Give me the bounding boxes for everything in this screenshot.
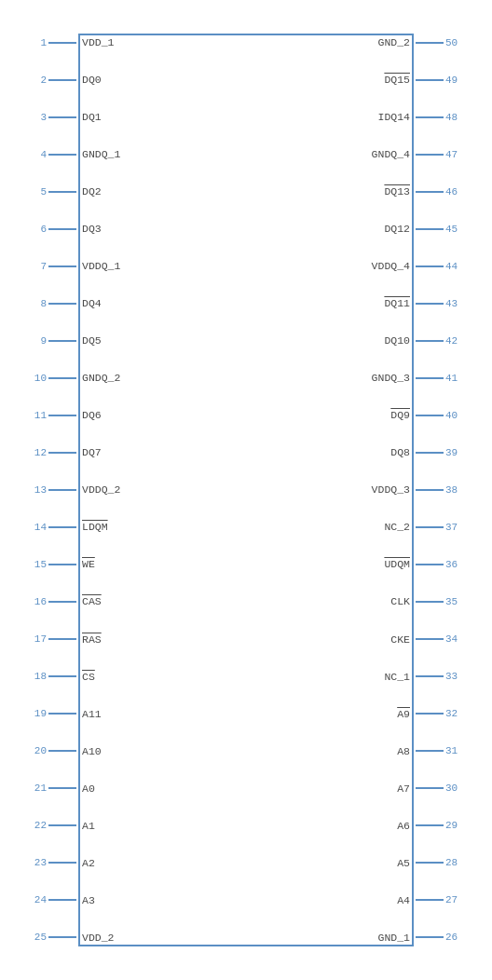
pin-left-19: 19A11 (22, 708, 246, 720)
pin-row: 2DQ049DQ15 (22, 71, 470, 88)
pin-num-right-36: 36 (444, 559, 470, 570)
pin-num-left-1: 1 (22, 37, 48, 48)
pin-label-left-3: DQ1 (76, 111, 102, 123)
pin-label-right-42: DQ10 (384, 334, 416, 347)
pin-num-left-25: 25 (22, 932, 48, 943)
pin-label-right-44: VDDQ_4 (372, 260, 416, 272)
pin-label-right-46: DQ13 (384, 185, 416, 197)
pin-label-left-23: A2 (76, 857, 95, 869)
pin-row: 16CAS35CLK (22, 592, 470, 610)
pin-num-right-37: 37 (444, 522, 470, 533)
pin-left-23: 23A2 (22, 857, 246, 869)
pin-num-left-2: 2 (22, 75, 48, 86)
pin-left-4: 4GNDQ_1 (22, 148, 246, 160)
pin-num-right-26: 26 (444, 932, 470, 943)
pin-label-left-17: RAS (76, 633, 102, 646)
pin-line-right-41 (416, 377, 444, 379)
pin-line-left-18 (48, 675, 76, 677)
pin-label-left-16: CAS (76, 595, 102, 607)
pin-right-43: 43DQ11 (246, 297, 470, 309)
pin-label-left-6: DQ3 (76, 223, 102, 235)
pin-line-right-33 (416, 675, 444, 677)
pin-label-left-5: DQ2 (76, 185, 102, 197)
pin-num-left-9: 9 (22, 335, 48, 347)
pin-line-left-23 (48, 862, 76, 864)
pin-num-left-24: 24 (22, 894, 48, 905)
pin-line-right-39 (416, 452, 444, 454)
pin-left-15: 15WE (22, 558, 246, 570)
pin-line-right-36 (416, 564, 444, 565)
pin-line-left-17 (48, 638, 76, 640)
pin-line-right-49 (416, 79, 444, 81)
pin-num-right-42: 42 (444, 335, 470, 347)
pin-left-6: 6DQ3 (22, 223, 246, 235)
pin-line-left-11 (48, 415, 76, 416)
pin-num-right-27: 27 (444, 894, 470, 905)
pin-right-50: 50GND_2 (246, 36, 470, 48)
pin-left-20: 20A10 (22, 745, 246, 757)
pin-label-left-8: DQ4 (76, 297, 102, 309)
pin-right-48: 48IDQ14 (246, 111, 470, 123)
pin-num-right-48: 48 (444, 112, 470, 123)
pin-left-25: 25VDD_2 (22, 932, 246, 944)
pin-label-left-9: DQ5 (76, 334, 102, 347)
pin-label-right-48: IDQ14 (377, 111, 416, 123)
pin-line-left-10 (48, 377, 76, 379)
pin-line-left-13 (48, 489, 76, 491)
pin-row: 18CS33NC_1 (22, 668, 470, 686)
pin-label-right-45: DQ12 (384, 223, 416, 235)
pin-row: 21A030A7 (22, 780, 470, 797)
pin-label-left-13: VDDQ_2 (76, 483, 120, 496)
pin-label-right-36: UDQM (384, 558, 416, 570)
pin-right-26: 26GND_1 (246, 932, 470, 944)
pin-right-41: 41GNDQ_3 (246, 372, 470, 384)
pin-num-right-39: 39 (444, 447, 470, 458)
pin-num-left-16: 16 (22, 596, 48, 607)
pin-line-right-26 (416, 936, 444, 938)
pin-label-right-35: CLK (390, 595, 416, 607)
pin-label-left-15: WE (76, 558, 95, 570)
pin-label-right-49: DQ15 (384, 74, 416, 86)
pin-line-right-31 (416, 750, 444, 752)
pin-label-right-41: GNDQ_3 (372, 372, 416, 384)
pin-row: 9DQ542DQ10 (22, 332, 470, 349)
pin-label-left-18: CS (76, 671, 95, 683)
pin-line-left-4 (48, 154, 76, 156)
pin-num-right-46: 46 (444, 186, 470, 197)
pin-line-right-45 (416, 228, 444, 230)
pin-line-right-50 (416, 42, 444, 44)
pin-num-left-22: 22 (22, 820, 48, 831)
pin-line-right-42 (416, 340, 444, 342)
pin-line-right-30 (416, 787, 444, 789)
pin-right-49: 49DQ15 (246, 74, 470, 86)
pin-row: 14LDQM37NC_2 (22, 518, 470, 536)
pin-label-left-22: A1 (76, 820, 95, 832)
pin-left-16: 16CAS (22, 595, 246, 607)
pin-right-46: 46DQ13 (246, 185, 470, 197)
pin-left-18: 18CS (22, 671, 246, 683)
pin-num-right-41: 41 (444, 373, 470, 384)
pin-label-right-38: VDDQ_3 (372, 483, 416, 496)
pin-num-left-17: 17 (22, 633, 48, 645)
pin-num-right-47: 47 (444, 149, 470, 160)
pin-line-left-1 (48, 42, 76, 44)
pin-left-14: 14LDQM (22, 521, 246, 533)
pin-line-right-38 (416, 489, 444, 491)
pin-line-right-48 (416, 116, 444, 118)
pin-left-24: 24A3 (22, 894, 246, 906)
pin-row: 25VDD_226GND_1 (22, 929, 470, 946)
pin-label-left-4: GNDQ_1 (76, 148, 120, 160)
pin-label-right-28: A5 (397, 857, 416, 869)
pin-num-left-15: 15 (22, 559, 48, 570)
pin-left-3: 3DQ1 (22, 111, 246, 123)
pin-row: 5DQ246DQ13 (22, 183, 470, 200)
pin-num-left-5: 5 (22, 186, 48, 197)
pin-row: 8DQ443DQ11 (22, 294, 470, 312)
pin-left-5: 5DQ2 (22, 185, 246, 197)
pin-right-30: 30A7 (246, 783, 470, 795)
pin-line-right-46 (416, 191, 444, 193)
pin-right-42: 42DQ10 (246, 334, 470, 347)
pin-right-40: 40DQ9 (246, 409, 470, 421)
pin-left-10: 10GNDQ_2 (22, 372, 246, 384)
pin-line-right-47 (416, 154, 444, 156)
